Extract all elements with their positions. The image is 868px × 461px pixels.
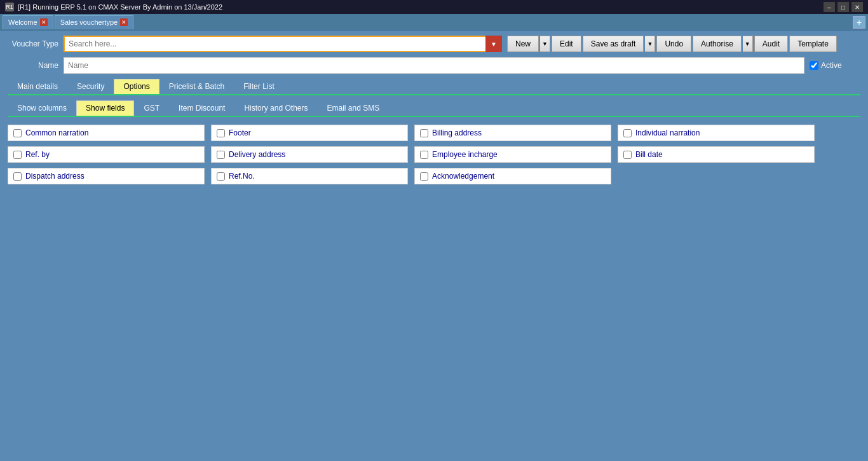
field-acknowledgement-label: Acknowledgement [432,172,494,181]
subtab-show-columns[interactable]: Show columns [8,100,76,116]
authorise-dropdown-button[interactable]: ▼ [743,36,753,52]
save-as-draft-label: Save as draft [591,39,636,48]
authorise-dropdown-icon: ▼ [745,41,750,47]
voucher-type-row: Voucher Type ▼ New ▼ Edit Save as draft … [8,36,860,52]
tab-sales-label: Sales vouchertype [60,18,118,26]
tab-options[interactable]: Options [114,79,159,94]
tab-welcome[interactable]: Welcome ✕ [3,15,53,29]
toolbar-buttons: New ▼ Edit Save as draft ▼ Undo Authoris… [507,36,837,52]
subtab-history-others[interactable]: History and Others [234,100,317,116]
main-tabs: Main details Security Options Pricelist … [8,79,860,95]
voucher-search-input[interactable] [64,36,502,52]
template-button[interactable]: Template [789,36,837,52]
subtab-gst[interactable]: GST [134,100,169,116]
field-delivery-address-checkbox[interactable] [217,151,225,159]
voucher-type-label: Voucher Type [8,39,58,48]
field-common-narration[interactable]: Common narration [8,125,205,141]
field-ref-no[interactable]: Ref.No. [211,168,408,184]
authorise-button[interactable]: Authorise [693,36,742,52]
authorise-button-label: Authorise [701,39,733,48]
field-bill-date[interactable]: Bill date [618,146,815,163]
subtab-item-discount[interactable]: Item Discount [169,100,234,116]
undo-button[interactable]: Undo [656,36,691,52]
edit-button[interactable]: Edit [552,36,581,52]
new-dropdown-icon: ▼ [542,41,548,47]
tab-sales-close[interactable]: ✕ [120,18,128,26]
voucher-dropdown-button[interactable]: ▼ [485,36,502,52]
sub-tabs: Show columns Show fields GST Item Discou… [8,100,860,117]
save-as-draft-button[interactable]: Save as draft [583,36,644,52]
new-dropdown-button[interactable]: ▼ [540,36,550,52]
field-dispatch-address-label: Dispatch address [25,172,85,181]
audit-button-label: Audit [763,39,780,48]
app-icon: R1 [5,3,14,11]
main-content: Voucher Type ▼ New ▼ Edit Save as draft … [0,31,868,461]
edit-button-label: Edit [560,39,573,48]
tab-filter-list[interactable]: Filter List [234,79,284,94]
tab-pricelist-batch[interactable]: Pricelist & Batch [159,79,234,94]
new-button-label: New [515,39,531,48]
field-bill-date-checkbox[interactable] [623,151,632,159]
voucher-search-wrap: ▼ [64,36,502,52]
field-acknowledgement[interactable]: Acknowledgement [414,168,611,184]
active-checkbox[interactable] [810,61,818,70]
undo-button-label: Undo [665,39,683,48]
save-dropdown-icon: ▼ [647,41,653,47]
field-footer[interactable]: Footer [211,125,408,141]
tab-security[interactable]: Security [67,79,114,94]
close-button[interactable]: ✕ [851,2,863,12]
field-ref-by-checkbox[interactable] [13,151,22,159]
fields-area: Common narration Footer Billing address … [8,125,860,184]
field-footer-checkbox[interactable] [217,129,225,137]
field-employee-incharge[interactable]: Employee incharge [414,146,611,163]
subtab-show-fields[interactable]: Show fields [76,100,134,116]
field-delivery-address[interactable]: Delivery address [211,146,408,163]
field-ref-by[interactable]: Ref. by [8,146,205,163]
field-billing-address-label: Billing address [432,128,482,137]
audit-button[interactable]: Audit [754,36,788,52]
active-checkbox-wrap: Active [810,61,860,70]
save-dropdown-button[interactable]: ▼ [645,36,655,52]
field-common-narration-label: Common narration [25,128,88,137]
name-row: Name Active [8,57,860,74]
subtab-email-sms[interactable]: Email and SMS [318,100,390,116]
field-footer-label: Footer [229,128,251,137]
dropdown-arrow-icon: ▼ [491,41,497,48]
minimize-button[interactable]: – [824,2,835,12]
app-tab-bar: Welcome ✕ Sales vouchertype ✕ + [0,14,868,31]
new-tab-button[interactable]: + [853,16,865,29]
field-ref-by-label: Ref. by [25,150,50,159]
new-button[interactable]: New [507,36,539,52]
field-dispatch-address[interactable]: Dispatch address [8,168,205,184]
field-billing-address[interactable]: Billing address [414,125,611,141]
field-ref-no-checkbox[interactable] [217,172,225,181]
title-bar: R1 [R1] Running ERP 5.1 on CMAX Server B… [0,0,868,14]
name-input[interactable] [64,57,804,74]
tab-main-details[interactable]: Main details [8,79,67,94]
field-billing-address-checkbox[interactable] [420,129,428,137]
field-employee-incharge-label: Employee incharge [432,150,498,159]
field-employee-incharge-checkbox[interactable] [420,151,428,159]
name-label: Name [8,61,58,70]
tab-welcome-label: Welcome [8,18,37,26]
field-delivery-address-label: Delivery address [229,150,285,159]
template-button-label: Template [797,39,829,48]
active-label: Active [821,61,842,70]
tab-sales-vouchertype[interactable]: Sales vouchertype ✕ [55,15,134,29]
tab-welcome-close[interactable]: ✕ [40,18,48,26]
field-individual-narration-label: Individual narration [635,128,700,137]
field-individual-narration[interactable]: Individual narration [618,125,815,141]
field-dispatch-address-checkbox[interactable] [13,172,22,181]
field-acknowledgement-checkbox[interactable] [420,172,428,181]
field-bill-date-label: Bill date [635,150,663,159]
field-common-narration-checkbox[interactable] [13,129,22,137]
maximize-button[interactable]: □ [837,2,849,12]
title-text: [R1] Running ERP 5.1 on CMAX Server By A… [18,3,222,11]
field-individual-narration-checkbox[interactable] [623,129,632,137]
field-ref-no-label: Ref.No. [229,172,255,181]
